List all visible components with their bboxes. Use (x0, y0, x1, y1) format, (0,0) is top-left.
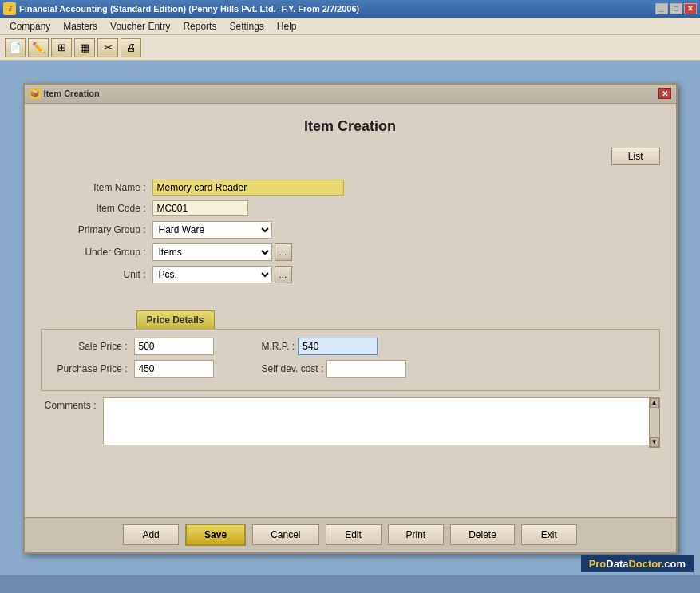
watermark-doctor: Doctor (628, 558, 661, 570)
toolbar-edit-button[interactable]: ✏️ (28, 38, 49, 57)
sale-price-label: Sale Price : (54, 341, 134, 352)
menu-voucher-entry[interactable]: Voucher Entry (104, 19, 176, 34)
price-section: Sale Price : M.R.P. : Purchase Price : (41, 329, 660, 391)
dialog-content: Item Creation List Item Name : Item Code… (25, 104, 676, 552)
close-button[interactable]: ✕ (684, 3, 697, 14)
item-code-row: Item Code : (65, 200, 636, 216)
under-group-browse-button[interactable]: … (275, 243, 292, 261)
primary-group-select[interactable]: Hard Ware Software Peripherals (152, 221, 272, 239)
toolbar-new-button[interactable]: 📄 (5, 38, 26, 57)
cancel-button[interactable]: Cancel (252, 524, 318, 545)
menu-reports[interactable]: Reports (176, 19, 223, 34)
under-group-row: Under Group : Items Services … (65, 243, 636, 261)
title-bar-controls[interactable]: _ □ ✕ (655, 3, 697, 14)
app-icon: 💰 (3, 2, 16, 15)
sale-price-group: Sale Price : (54, 338, 214, 355)
watermark: ProDataDoctor.com (581, 555, 694, 572)
purchase-price-group: Purchase Price : (54, 360, 214, 378)
menu-settings[interactable]: Settings (223, 19, 270, 34)
unit-dropdown-container: Pcs. Nos. Kg. … (152, 266, 292, 283)
under-group-label: Under Group : (65, 247, 152, 258)
menu-bar: Company Masters Voucher Entry Reports Se… (0, 18, 700, 35)
item-name-label: Item Name : (65, 182, 152, 193)
item-name-input[interactable] (152, 180, 344, 196)
item-code-input[interactable] (152, 200, 248, 216)
unit-row: Unit : Pcs. Nos. Kg. … (65, 266, 636, 283)
dialog-icon: 📦 (30, 88, 41, 99)
price-details-tab[interactable]: Price Details (136, 310, 215, 329)
toolbar: 📄 ✏️ ⊞ ▦ ✂ 🖨 (0, 35, 700, 61)
toolbar-barcode-button[interactable]: ▦ (74, 38, 95, 57)
purchase-price-input[interactable] (134, 360, 214, 378)
mrp-group: M.R.P. : (262, 338, 378, 355)
print-button[interactable]: Print (388, 524, 445, 545)
bottom-buttons: Add Save Cancel Edit Print Delete Exit (25, 517, 676, 552)
comments-textarea-container: ▲ ▼ (103, 397, 660, 448)
dialog-heading: Item Creation (41, 118, 660, 135)
comments-scrollbar[interactable]: ▲ ▼ (649, 397, 660, 448)
comments-label: Comments : (41, 397, 97, 411)
item-creation-dialog: 📦 Item Creation ✕ Item Creation List Ite… (23, 83, 678, 554)
dialog-title-left: 📦 Item Creation (30, 88, 100, 99)
primary-group-label: Primary Group : (65, 224, 152, 235)
purchase-price-label: Purchase Price : (54, 363, 134, 374)
item-name-row: Item Name : (65, 180, 636, 196)
main-area: 📦 Item Creation ✕ Item Creation List Ite… (0, 61, 700, 575)
comments-textarea[interactable] (103, 397, 660, 445)
app-title: Financial Accounting (Standard Edition) … (19, 4, 359, 14)
item-code-label: Item Code : (65, 203, 152, 214)
primary-group-row: Primary Group : Hard Ware Software Perip… (65, 221, 636, 239)
unit-label: Unit : (65, 269, 152, 280)
menu-masters[interactable]: Masters (57, 19, 104, 34)
mrp-label: M.R.P. : (262, 341, 295, 352)
minimize-button[interactable]: _ (655, 3, 668, 14)
dialog-title-text: Item Creation (44, 89, 100, 98)
sale-price-input[interactable] (134, 338, 214, 355)
watermark-com: .com (662, 558, 686, 570)
unit-select[interactable]: Pcs. Nos. Kg. (152, 266, 272, 283)
comments-section: Comments : ▲ ▼ (41, 397, 660, 448)
form-area: Item Name : Item Code : Primary Group : … (41, 172, 660, 296)
self-dev-label: Self dev. cost : (262, 363, 324, 374)
title-bar-left: 💰 Financial Accounting (Standard Edition… (3, 2, 359, 15)
exit-button[interactable]: Exit (521, 524, 577, 545)
dialog-title-bar: 📦 Item Creation ✕ (25, 85, 676, 104)
toolbar-print-button[interactable]: 🖨 (121, 38, 141, 57)
toolbar-delete-button[interactable]: ✂ (97, 38, 118, 57)
menu-company[interactable]: Company (3, 19, 57, 34)
list-button[interactable]: List (611, 148, 660, 165)
list-btn-area: List (41, 148, 660, 165)
under-group-dropdown-container: Items Services … (152, 243, 292, 261)
self-dev-input[interactable] (326, 360, 406, 378)
scroll-down-arrow[interactable]: ▼ (650, 437, 659, 447)
unit-browse-button[interactable]: … (275, 266, 292, 283)
delete-button[interactable]: Delete (450, 524, 515, 545)
title-bar: 💰 Financial Accounting (Standard Edition… (0, 0, 700, 18)
watermark-pro: Pro (589, 558, 607, 570)
menu-help[interactable]: Help (271, 19, 303, 34)
edit-button[interactable]: Edit (326, 524, 382, 545)
price-details-tab-container: Price Details (41, 301, 660, 329)
toolbar-grid-button[interactable]: ⊞ (51, 38, 72, 57)
watermark-data: Data (606, 558, 628, 570)
under-group-select[interactable]: Items Services (152, 243, 272, 261)
dialog-close-button[interactable]: ✕ (658, 88, 671, 99)
mrp-input[interactable] (298, 338, 378, 355)
maximize-button[interactable]: □ (670, 3, 682, 14)
primary-group-dropdown-container: Hard Ware Software Peripherals (152, 221, 272, 239)
add-button[interactable]: Add (123, 524, 179, 545)
self-dev-group: Self dev. cost : (262, 360, 407, 378)
save-button[interactable]: Save (185, 524, 246, 546)
scroll-up-arrow[interactable]: ▲ (650, 398, 659, 408)
purchase-selfdev-row: Purchase Price : Self dev. cost : (54, 360, 647, 378)
sale-mrp-row: Sale Price : M.R.P. : (54, 338, 647, 355)
